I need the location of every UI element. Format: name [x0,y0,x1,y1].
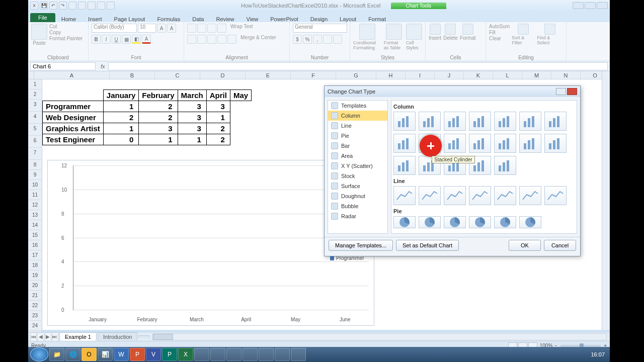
underline-button[interactable]: U [112,35,121,44]
row-header[interactable]: 9 [28,170,42,180]
align-middle-icon[interactable] [197,24,206,33]
chart-type-thumbnail[interactable] [519,112,541,131]
chart-type-thumbnail[interactable] [419,112,441,131]
minimize-button[interactable] [573,2,584,9]
column-header[interactable]: E [246,71,291,79]
sheet-nav-next-icon[interactable]: ▶ [45,332,51,341]
merge-center-button[interactable]: Merge & Center [240,35,276,44]
taskbar-app-icon[interactable] [226,348,242,361]
italic-button[interactable]: I [102,35,111,44]
sort-filter-button[interactable]: Sort & Filter [512,24,535,45]
taskbar-app-icon[interactable] [259,348,274,361]
format-cells-button[interactable]: Format [460,24,476,41]
row-header[interactable]: 3 [28,100,42,112]
chart-type-thumbnail[interactable] [469,134,491,153]
chart-type-thumbnail[interactable] [519,186,541,205]
name-box[interactable]: Chart 6 [30,62,96,70]
taskbar-app-icon[interactable] [275,348,290,361]
font-size-select[interactable]: 10 [138,24,156,33]
new-sheet-button[interactable] [138,335,149,338]
column-header[interactable]: H [376,71,406,79]
chart-type-thumbnail[interactable] [444,112,466,131]
chart-type-thumbnail[interactable] [494,156,516,175]
indent-dec-icon[interactable] [217,35,226,44]
row-header[interactable]: 15 [28,230,42,240]
undo-icon[interactable]: ↶ [49,2,57,10]
taskbar-app-icon[interactable]: 📁 [49,348,64,361]
chart-category-item[interactable]: Stock [328,171,387,181]
sheet-nav-prev-icon[interactable]: ◀ [37,332,44,341]
align-right-icon[interactable] [207,35,216,44]
chart-type-thumbnail[interactable] [393,112,416,131]
maximize-button[interactable] [585,2,596,9]
row-header[interactable]: 22 [28,301,42,311]
ok-button[interactable]: OK [509,240,541,251]
taskbar-powerpoint-icon[interactable]: P [130,348,145,361]
start-button[interactable] [30,347,48,361]
dec-decimal-icon[interactable] [333,35,342,44]
clear-button[interactable]: Clear [489,36,510,41]
taskbar-app-icon[interactable]: 📊 [98,348,113,361]
wrap-text-button[interactable]: Wrap Text [230,24,253,33]
taskbar-visio-icon[interactable]: V [146,348,161,361]
row-header[interactable]: 12 [28,200,42,210]
autosum-button[interactable]: AutoSum [489,24,510,29]
chart-category-item[interactable]: Line [328,121,387,131]
row-header[interactable]: 14 [28,220,42,230]
chart-type-thumbnail[interactable] [469,216,491,228]
chart-type-thumbnail[interactable] [444,134,466,153]
chart-type-thumbnail[interactable] [544,112,567,131]
qat-icon[interactable] [78,2,86,10]
row-header[interactable]: 20 [28,281,42,291]
formula-input[interactable] [108,62,608,70]
chart-type-thumbnail[interactable] [519,134,541,153]
fill-button[interactable]: Fill [489,30,510,35]
column-header[interactable]: N [551,71,581,79]
row-header[interactable]: 19 [28,270,42,281]
delete-cells-button[interactable]: Delete [443,24,458,41]
fill-color-button[interactable]: ◧ [132,35,141,44]
number-format-select[interactable]: General [293,24,347,33]
column-header[interactable]: C [155,71,200,79]
border-button[interactable]: ▦ [122,35,131,44]
percent-icon[interactable]: % [303,35,312,44]
column-header[interactable]: L [493,71,522,79]
qat-icon[interactable] [68,2,76,10]
align-center-icon[interactable] [197,35,206,44]
fx-icon[interactable]: fx [98,63,108,69]
chart-category-item[interactable]: Radar [328,211,387,221]
set-default-chart-button[interactable]: Set as Default Chart [396,240,459,251]
chart-type-thumbnail[interactable] [393,134,416,153]
currency-icon[interactable]: $ [293,35,302,44]
chart-category-item[interactable]: Column [328,111,387,121]
cell-styles-button[interactable]: Cell Styles [406,24,422,50]
format-painter-button[interactable]: Format Painter [49,36,83,41]
chart-type-thumbnail[interactable] [419,186,441,205]
row-header[interactable]: 4 [28,112,42,124]
insert-cells-button[interactable]: Insert [429,24,441,41]
chart-category-item[interactable]: Doughnut [328,191,387,201]
copy-button[interactable]: Copy [49,30,83,35]
align-bottom-icon[interactable] [207,24,216,33]
chart-type-thumbnail[interactable] [469,186,491,205]
save-icon[interactable]: 💾 [40,2,48,10]
conditional-formatting-button[interactable]: Conditional Formatting [353,24,382,50]
bold-button[interactable]: B [92,35,101,44]
font-name-select[interactable]: Calibri (Body) [92,24,137,33]
horizontal-scrollbar[interactable] [152,333,607,340]
sheet-tab-active[interactable]: Example 1 [59,332,97,341]
taskbar-app-icon[interactable] [210,348,225,361]
chart-type-thumbnail[interactable] [393,156,416,175]
chart-category-item[interactable]: Area [328,151,387,161]
chart-type-thumbnail[interactable] [494,186,516,205]
chart-category-item[interactable]: Bubble [328,201,387,211]
chart-type-thumbnail[interactable] [469,112,491,131]
dialog-help-button[interactable] [556,88,566,95]
redo-icon[interactable]: ↷ [59,2,67,10]
row-header[interactable]: 21 [28,291,42,301]
manage-templates-button[interactable]: Manage Templates... [329,240,393,251]
find-select-button[interactable]: Find & Select [537,24,563,45]
column-header[interactable]: B [110,71,155,79]
taskbar-excel-icon[interactable]: X [178,348,193,361]
file-tab[interactable]: File [30,13,55,22]
